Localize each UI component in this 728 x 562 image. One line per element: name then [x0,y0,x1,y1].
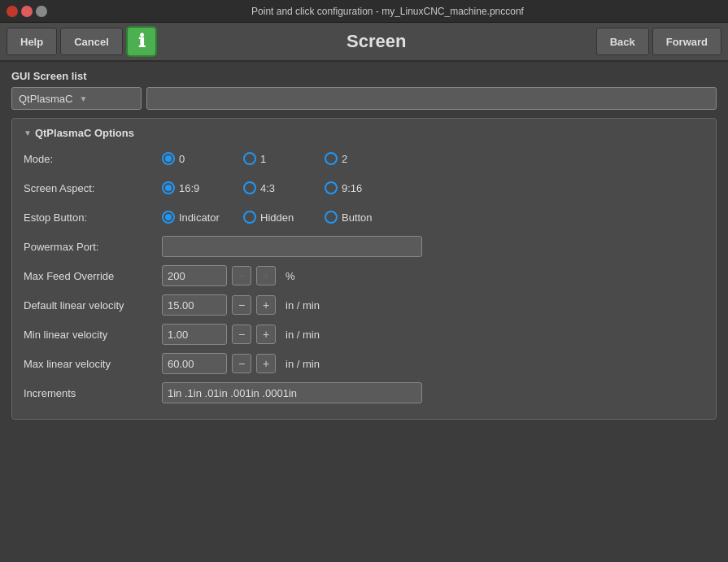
increments-label: Increments [24,387,162,399]
gui-screen-row: QtPlasmaC ▼ [11,87,717,110]
mode-radio-1[interactable] [243,152,256,165]
max-linear-velocity-row: Max linear velocity − + in / min [24,352,704,375]
default-linear-velocity-row: Default linear velocity − + in / min [24,294,704,316]
default-linear-velocity-input[interactable] [162,294,227,316]
titlebar: Point and click configuration - my_Linux… [0,0,728,23]
estop-row: Estop Button: Indicator Hidden Button [24,206,704,229]
estop-radio-hidden[interactable] [243,211,256,224]
aspect-option-43[interactable]: 4:3 [243,181,308,194]
screen-aspect-radio-group: 16:9 4:3 9:16 [162,181,390,194]
close-button[interactable] [21,6,33,17]
max-linear-velocity-unit: in / min [286,358,320,370]
max-linear-velocity-plus-button[interactable]: + [256,354,276,373]
aspect-radio-916[interactable] [325,181,338,194]
mode-row: Mode: 0 1 2 [24,147,704,170]
aspect-option-916[interactable]: 9:16 [325,181,390,194]
maximize-button[interactable] [36,6,47,17]
aspect-label-43: 4:3 [260,182,275,194]
gui-screen-label: GUI Screen list [11,70,717,82]
estop-label: Estop Button: [24,211,162,224]
powermax-label: Powermax Port: [24,241,162,253]
mode-radio-group: 0 1 2 [162,152,390,165]
estop-option-hidden[interactable]: Hidden [243,211,308,224]
min-linear-velocity-input[interactable] [162,324,227,345]
mode-label: Mode: [24,153,162,165]
aspect-option-169[interactable]: 16:9 [162,181,227,194]
mode-label-2: 2 [342,153,347,165]
panel-title: ▼ QtPlasmaC Options [24,127,704,139]
min-linear-velocity-unit: in / min [286,329,320,341]
gui-screen-textbox [146,87,717,110]
max-linear-velocity-spinbox: − + in / min [162,353,320,374]
toolbar: Help Cancel ℹ Screen Back Forward [0,23,728,62]
max-feed-minus-button[interactable]: − [232,266,251,285]
estop-label-hidden: Hidden [260,211,294,224]
min-linear-velocity-label: Min linear velocity [24,329,162,341]
options-panel: ▼ QtPlasmaC Options Mode: 0 1 2 [11,118,717,420]
default-linear-velocity-label: Default linear velocity [24,299,162,311]
screen-title: Screen [160,31,593,52]
panel-title-text: QtPlasmaC Options [35,127,134,139]
aspect-radio-43[interactable] [243,181,256,194]
max-linear-velocity-minus-button[interactable]: − [232,354,251,373]
increments-input[interactable] [162,382,422,403]
min-linear-velocity-minus-button[interactable]: − [232,325,251,344]
main-content: GUI Screen list QtPlasmaC ▼ ▼ QtPlasmaC … [0,62,728,428]
aspect-label-916: 9:16 [342,182,362,194]
estop-option-indicator[interactable]: Indicator [162,211,227,224]
collapse-arrow-icon: ▼ [24,129,32,137]
min-linear-velocity-plus-button[interactable]: + [256,325,276,344]
screen-aspect-row: Screen Aspect: 16:9 4:3 9:16 [24,176,704,199]
info-button[interactable]: ℹ [126,26,157,57]
estop-radio-button[interactable] [325,211,338,224]
estop-radio-group: Indicator Hidden Button [162,211,390,224]
cancel-button[interactable]: Cancel [60,28,123,55]
max-feed-plus-button[interactable]: + [256,266,276,285]
max-feed-unit: % [286,270,295,282]
back-button[interactable]: Back [596,28,649,55]
gui-screen-dropdown[interactable]: QtPlasmaC ▼ [11,87,142,110]
estop-label-indicator: Indicator [179,211,220,224]
aspect-radio-169[interactable] [162,181,175,194]
dropdown-value: QtPlasmaC [19,93,72,105]
mode-option-2[interactable]: 2 [325,152,390,165]
max-feed-spinbox: − + % [162,265,295,286]
mode-radio-0[interactable] [162,152,175,165]
powermax-row: Powermax Port: [24,235,704,258]
default-linear-velocity-unit: in / min [286,299,320,311]
screen-aspect-label: Screen Aspect: [24,182,162,194]
mode-label-0: 0 [179,153,185,165]
powermax-input[interactable] [162,236,422,257]
max-linear-velocity-label: Max linear velocity [24,358,162,370]
titlebar-title: Point and click configuration - my_Linux… [54,6,721,17]
minimize-button[interactable] [7,6,18,17]
max-feed-label: Max Feed Override [24,270,162,282]
min-linear-velocity-spinbox: − + in / min [162,324,320,345]
help-button[interactable]: Help [7,28,57,55]
mode-option-1[interactable]: 1 [243,152,308,165]
estop-option-button[interactable]: Button [325,211,390,224]
forward-button[interactable]: Forward [652,28,721,55]
info-icon: ℹ [138,31,145,52]
toolbar-right: Back Forward [596,28,721,55]
max-feed-input[interactable] [162,265,227,286]
default-linear-velocity-minus-button[interactable]: − [232,295,251,315]
estop-radio-indicator[interactable] [162,211,175,224]
titlebar-buttons [7,6,47,17]
max-linear-velocity-input[interactable] [162,353,227,374]
increments-row: Increments [24,381,704,404]
estop-label-button: Button [342,211,373,224]
default-linear-velocity-plus-button[interactable]: + [256,295,276,315]
mode-label-1: 1 [260,153,266,165]
mode-option-0[interactable]: 0 [162,152,227,165]
chevron-down-icon: ▼ [79,94,87,103]
max-feed-row: Max Feed Override − + % [24,264,704,287]
mode-radio-2[interactable] [325,152,338,165]
aspect-label-169: 16:9 [179,182,199,194]
default-linear-velocity-spinbox: − + in / min [162,294,320,316]
min-linear-velocity-row: Min linear velocity − + in / min [24,323,704,346]
